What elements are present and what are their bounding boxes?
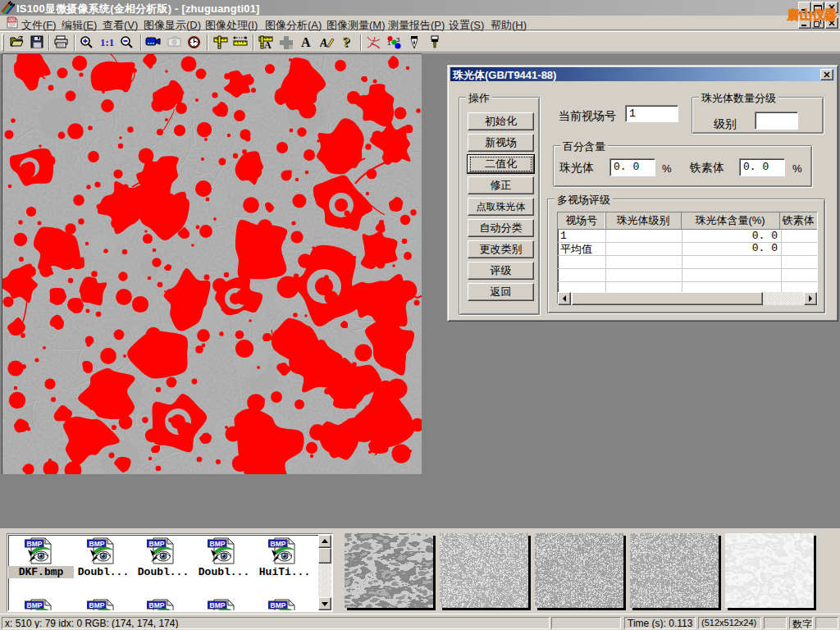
- svg-text:BMP: BMP: [89, 601, 105, 609]
- svg-text:BMP: BMP: [271, 601, 286, 609]
- svg-text:BMP: BMP: [27, 540, 43, 548]
- svg-text:A: A: [264, 39, 272, 49]
- svg-text:1: 1: [387, 39, 391, 47]
- svg-text:BMP: BMP: [89, 540, 105, 548]
- svg-text:3: 3: [396, 36, 400, 43]
- svg-text:BMP: BMP: [271, 540, 286, 548]
- svg-text:BMP: BMP: [149, 540, 165, 548]
- svg-text:A: A: [320, 37, 327, 49]
- svg-text:BMP: BMP: [210, 601, 226, 609]
- svg-text:DOC: DOC: [9, 19, 18, 23]
- svg-text:BMP: BMP: [27, 601, 43, 609]
- svg-text:BMP: BMP: [149, 601, 165, 609]
- svg-text:?: ?: [343, 35, 350, 50]
- svg-text:A: A: [301, 35, 311, 49]
- svg-text:BMP: BMP: [210, 540, 226, 548]
- svg-text:1:1: 1:1: [100, 36, 114, 48]
